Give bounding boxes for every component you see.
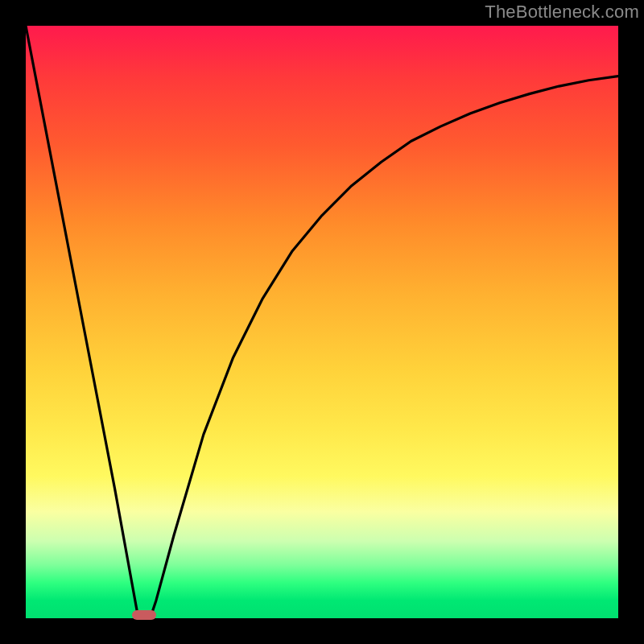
curve-path <box>26 26 618 618</box>
watermark-text: TheBottleneck.com <box>485 2 639 23</box>
plot-area <box>26 26 618 618</box>
optimum-marker <box>132 610 155 620</box>
bottleneck-curve <box>26 26 618 618</box>
chart-frame: TheBottleneck.com <box>0 0 644 644</box>
